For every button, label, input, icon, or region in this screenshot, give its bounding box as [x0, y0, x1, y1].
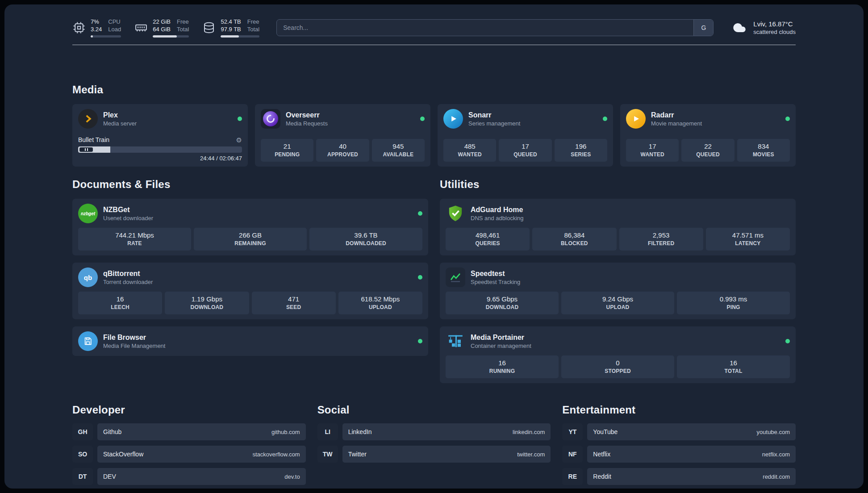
stats-row: 9.65 Gbps DOWNLOAD 9.24 Gbps UPLOAD 0.99… — [446, 292, 790, 314]
documents-column: Documents & Files nzbget NZBGet Usenet d… — [72, 178, 428, 390]
ram-progress-bar — [153, 35, 189, 38]
pause-icon — [79, 147, 93, 152]
disk-label-bottom: Total — [247, 25, 259, 33]
status-dot — [785, 339, 790, 343]
bookmark-url: stackoverflow.com — [252, 451, 300, 458]
stat-tile: 485 WANTED — [443, 139, 496, 162]
app-card-sonarr[interactable]: Sonarr Series management 485 WANTED 17 Q… — [438, 104, 613, 167]
qbittorrent-icon: qb — [78, 267, 98, 287]
app-subtitle: DNS and adblocking — [471, 215, 524, 221]
stat-tile: 16 TOTAL — [677, 355, 790, 378]
search-input[interactable] — [277, 24, 693, 31]
speedtest-icon — [446, 267, 465, 287]
stat-tile: 0 STOPPED — [561, 355, 674, 378]
app-name: Overseerr — [286, 111, 328, 119]
app-card-speedtest[interactable]: Speedtest Speedtest Tracking 9.65 Gbps D… — [440, 263, 796, 319]
stats-row: 16 LEECH 1.19 Gbps DOWNLOAD 471 SEED 6 — [78, 292, 422, 314]
weather-location: Lviv, 16.87°C — [753, 20, 796, 28]
adguard-icon — [446, 204, 465, 223]
app-subtitle: Movie management — [651, 120, 702, 127]
bookmark-url: linkedin.com — [513, 429, 545, 435]
ram-label-top: Free — [177, 18, 189, 25]
app-name: Plex — [103, 111, 137, 119]
ram-metric: 22 GiB 64 GiB Free Total — [134, 18, 189, 38]
utilities-column: Utilities — [440, 178, 796, 390]
stat-tile: 266 GB REMAINING — [194, 228, 307, 251]
bookmark-url: netflix.com — [762, 451, 790, 458]
bookmark-reddit[interactable]: RE Reddit reddit.com — [562, 468, 796, 485]
bookmark-abbr: DT — [72, 468, 93, 485]
status-dot — [785, 117, 790, 121]
radarr-icon — [626, 109, 646, 129]
stat-tile: 40 APPROVED — [316, 139, 369, 162]
bookmark-github[interactable]: GH Github github.com — [72, 423, 306, 440]
section-title-utilities: Utilities — [440, 178, 796, 191]
app-subtitle: Series management — [468, 120, 520, 127]
bookmark-twitter[interactable]: TW Twitter twitter.com — [317, 446, 551, 463]
bookmark-stackoverflow[interactable]: SO StackOverflow stackoverflow.com — [72, 446, 306, 463]
app-card-radarr[interactable]: Radarr Movie management 17 WANTED 22 QUE… — [620, 104, 796, 167]
app-card-portainer[interactable]: Media Portainer Container management 16 … — [440, 326, 796, 383]
bookmark-dev[interactable]: DT DEV dev.to — [72, 468, 306, 485]
weather-condition: scattered clouds — [753, 28, 796, 36]
stat-tile: 2,953 FILTERED — [619, 228, 703, 251]
stats-row: 21 PENDING 40 APPROVED 945 AVAILABLE — [261, 139, 425, 162]
stat-tile: 17 WANTED — [626, 139, 679, 162]
status-dot — [238, 117, 242, 121]
app-card-nzbget[interactable]: nzbget NZBGet Usenet downloader 744.21 M… — [72, 199, 428, 255]
app-card-adguard[interactable]: AdGuard Home DNS and adblocking 498,461 … — [440, 199, 796, 255]
nzbget-icon: nzbget — [78, 204, 98, 223]
bookmark-url: youtube.com — [757, 429, 790, 435]
stat-tile: 1.19 Gbps DOWNLOAD — [165, 292, 249, 314]
status-dot — [420, 117, 425, 121]
stat-tile: 498,461 QUERIES — [446, 228, 530, 251]
app-card-filebrowser[interactable]: File Browser Media File Management — [72, 326, 428, 356]
stats-row: 744.21 Mbps RATE 266 GB REMAINING 39.6 T… — [78, 228, 422, 251]
section-title-social: Social — [317, 404, 551, 416]
stat-tile: 196 SERIES — [555, 139, 607, 162]
search-engine-button[interactable]: G — [693, 20, 713, 36]
search-bar[interactable]: G — [276, 19, 714, 36]
app-card-overseerr[interactable]: Overseerr Media Requests 21 PENDING 40 A… — [255, 104, 430, 167]
bookmarks-grid: Developer GH Github github.com SO StackO… — [72, 404, 796, 489]
ram-progress-fill — [153, 35, 177, 38]
ram-metric-body: 22 GiB 64 GiB Free Total — [153, 18, 189, 38]
stat-tile: 16 LEECH — [78, 292, 162, 314]
bookmark-abbr: YT — [562, 423, 583, 440]
bookmark-name: DEV — [103, 473, 116, 480]
filebrowser-icon — [78, 331, 98, 351]
cpu-value: 7% — [91, 18, 102, 25]
plex-icon — [78, 109, 98, 129]
stats-row: 498,461 QUERIES 86,384 BLOCKED 2,953 FIL… — [446, 228, 790, 251]
app-card-plex[interactable]: Plex Media server Bullet Train ⚙ 24:44 /… — [72, 104, 248, 167]
disk-sub-value: 97.9 TB — [221, 25, 241, 33]
app-subtitle: Torrent downloader — [103, 279, 153, 285]
bookmark-name: Reddit — [593, 473, 611, 480]
bookmark-abbr: GH — [72, 423, 93, 440]
content-container: 7% 3.24 CPU Load — [72, 4, 796, 489]
bookmark-group-entertainment: Entertainment YT YouTube youtube.com NF … — [562, 404, 796, 489]
app-card-qbittorrent[interactable]: qb qBittorrent Torrent downloader 16 LEE… — [72, 263, 428, 319]
bookmark-linkedin[interactable]: LI LinkedIn linkedin.com — [317, 423, 551, 440]
app-name: qBittorrent — [103, 270, 153, 278]
app-subtitle: Media server — [103, 120, 137, 127]
stats-row: 485 WANTED 17 QUEUED 196 SERIES — [443, 139, 607, 162]
status-dot — [418, 275, 422, 280]
cpu-metric-body: 7% 3.24 CPU Load — [91, 18, 121, 38]
cpu-label-top: CPU — [108, 18, 121, 25]
disk-value: 52.4 TB — [221, 18, 241, 25]
app-name: Radarr — [651, 111, 702, 119]
bookmark-abbr: RE — [562, 468, 583, 485]
bookmark-netflix[interactable]: NF Netflix netflix.com — [562, 446, 796, 463]
stat-tile: 21 PENDING — [261, 139, 313, 162]
bookmark-youtube[interactable]: YT YouTube youtube.com — [562, 423, 796, 440]
stat-tile: 9.65 Gbps DOWNLOAD — [446, 292, 559, 314]
section-title-media: Media — [72, 84, 796, 96]
portainer-icon — [446, 331, 465, 351]
bookmark-url: reddit.com — [763, 473, 790, 480]
weather-text: Lviv, 16.87°C scattered clouds — [753, 20, 796, 36]
ram-label-bottom: Total — [177, 25, 189, 33]
stat-tile: 945 AVAILABLE — [372, 139, 425, 162]
app-name: Sonarr — [468, 111, 520, 119]
settings-gear-icon[interactable]: ⚙ — [236, 137, 242, 143]
